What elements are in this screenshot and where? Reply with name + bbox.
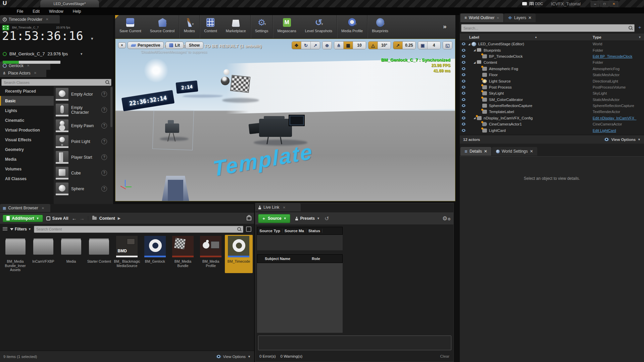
actor-type[interactable]: SphereReflectionCapture bbox=[593, 104, 634, 108]
visibility-eye-icon[interactable] bbox=[461, 123, 466, 126]
placeable-actor-item[interactable]: Empty Pawn ? bbox=[54, 118, 113, 134]
content-browser-tab[interactable]: ▦ Content Browser✕ bbox=[0, 204, 50, 212]
world-local-toggle-button[interactable]: ⊕ bbox=[323, 42, 332, 49]
chevron-down-icon[interactable]: ▼ bbox=[382, 22, 385, 26]
chevron-down-icon[interactable]: ▼ bbox=[164, 22, 167, 26]
outliner-row[interactable]: TemplateLabel TextRenderActor bbox=[460, 109, 644, 115]
world-settings-tab[interactable]: World Settings✕ bbox=[492, 147, 537, 156]
add-import-button[interactable]: Add/Import▼ bbox=[3, 215, 43, 222]
surface-snap-button[interactable]: ⋔ bbox=[334, 42, 344, 49]
help-icon[interactable]: ? bbox=[101, 123, 107, 128]
close-tab-icon[interactable]: ✕ bbox=[283, 206, 285, 209]
actor-type[interactable]: DirectionalLight bbox=[593, 79, 618, 83]
sources-panel-icon[interactable] bbox=[3, 227, 7, 231]
add-source-button[interactable]: ＋ Source ▼ bbox=[258, 214, 290, 223]
timecode-provider-tab[interactable]: Timecode Provider✕ bbox=[0, 15, 60, 23]
content-view-options[interactable]: View Options ▼ bbox=[216, 355, 251, 359]
camera-speed-value[interactable]: 4 bbox=[428, 42, 440, 49]
type-column-header[interactable]: Type bbox=[593, 35, 601, 39]
outliner-row[interactable]: Blueprints Folder bbox=[460, 47, 644, 53]
menu-item[interactable]: File bbox=[12, 9, 28, 14]
help-icon[interactable]: ? bbox=[101, 154, 107, 160]
scrollbar-thumb[interactable] bbox=[110, 87, 112, 127]
placeable-actor-item[interactable]: Player Start ? bbox=[54, 149, 113, 165]
asset-item[interactable]: BM_Genlock bbox=[141, 235, 169, 273]
toolbar-button[interactable]: ▼ Blueprints bbox=[367, 15, 393, 38]
outliner-search[interactable] bbox=[461, 24, 635, 32]
close-tab-icon[interactable]: ✕ bbox=[34, 71, 37, 75]
visibility-eye-icon[interactable] bbox=[461, 49, 466, 52]
actor-type[interactable]: StaticMeshActor bbox=[593, 98, 620, 102]
actor-type[interactable]: PostProcessVolume bbox=[593, 85, 626, 89]
asset-item[interactable]: BM_Media Profile bbox=[197, 235, 225, 273]
asset-item[interactable]: InCamVFXBP bbox=[29, 235, 57, 273]
visibility-eye-icon[interactable] bbox=[461, 67, 466, 70]
category-item[interactable]: Visual Effects bbox=[0, 135, 54, 145]
chevron-down-icon[interactable]: ▼ bbox=[91, 37, 94, 41]
chevron-down-icon[interactable]: ▼ bbox=[320, 22, 324, 26]
category-item[interactable]: Basic bbox=[0, 96, 54, 106]
visibility-eye-icon[interactable] bbox=[461, 117, 466, 120]
actor-type[interactable]: Folder bbox=[593, 60, 603, 64]
actor-type[interactable]: SkyLight bbox=[593, 91, 607, 95]
asset-item[interactable]: BM_Timecode bbox=[225, 235, 253, 273]
subject-table-body[interactable] bbox=[257, 263, 343, 333]
path-breadcrumb[interactable]: Content ▶ bbox=[88, 216, 120, 221]
outliner-search-input[interactable] bbox=[461, 26, 629, 30]
perspective-button[interactable]: Perspective bbox=[128, 42, 164, 49]
layout-icon[interactable] bbox=[522, 2, 527, 5]
rotation-snap-button[interactable]: △ bbox=[368, 42, 378, 49]
help-icon[interactable]: ? bbox=[101, 139, 107, 144]
world-outliner-tab[interactable]: ≡ World Outliner✕ bbox=[460, 13, 503, 22]
menu-item[interactable]: Edit bbox=[28, 9, 44, 14]
chevron-down-icon[interactable]: ▼ bbox=[354, 22, 357, 26]
presets-button[interactable]: Presets▼ bbox=[295, 216, 320, 221]
outliner-row[interactable]: nDisplay_InCamVFX_Config Edit nDisplay_I… bbox=[460, 115, 644, 121]
place-actors-tab[interactable]: ⋔ Place Actors✕ bbox=[0, 69, 46, 77]
category-item[interactable]: Media bbox=[0, 154, 54, 164]
category-item[interactable]: Virtual Production bbox=[0, 125, 54, 135]
category-item[interactable]: Recently Placed bbox=[0, 86, 54, 96]
menu-item[interactable]: Window bbox=[44, 9, 68, 14]
label-column-header[interactable]: Label bbox=[460, 35, 479, 39]
close-button[interactable]: ✕ bbox=[609, 1, 618, 7]
actor-type[interactable]: Folder bbox=[593, 48, 603, 52]
outliner-row[interactable]: BP_TimecodeClock Edit BP_TimecodeClock bbox=[460, 53, 644, 59]
visibility-eye-icon[interactable] bbox=[461, 80, 466, 83]
help-icon[interactable]: ? bbox=[101, 170, 107, 176]
toolbar-button[interactable]: ▼ Source Control bbox=[146, 15, 179, 38]
column-header[interactable]: Source Ma bbox=[283, 229, 306, 233]
asset-item[interactable]: BM_Media Bundle_Inner Assets bbox=[1, 235, 29, 273]
details-tab[interactable]: ≣ Details✕ bbox=[460, 147, 491, 156]
back-arrow-button[interactable]: ← bbox=[72, 215, 77, 221]
source-table-body[interactable] bbox=[257, 235, 343, 250]
grid-snap-value[interactable]: 10 bbox=[353, 42, 366, 49]
ddc-indicator[interactable]: DDC bbox=[530, 2, 543, 6]
outliner-column-header[interactable]: Label ▲ Type ▼ bbox=[460, 34, 644, 41]
lock-icon[interactable] bbox=[247, 216, 251, 220]
close-tab-icon[interactable]: ✕ bbox=[484, 149, 487, 154]
refresh-icon[interactable]: ↺ bbox=[325, 215, 329, 222]
asset-item[interactable]: BM_Media Bundle bbox=[169, 235, 197, 273]
outliner-row[interactable]: CineCameraActor1 CineCameraActor bbox=[460, 121, 644, 127]
visibility-eye-icon[interactable] bbox=[461, 86, 466, 89]
toolbar-button[interactable]: ↺▼ Level Snapshots bbox=[301, 15, 337, 38]
expand-arrow-icon[interactable] bbox=[474, 61, 477, 64]
scale-snap-button[interactable]: ↗ bbox=[393, 42, 403, 49]
outliner-row[interactable]: Atmospheric Fog AtmosphericFog bbox=[460, 66, 644, 72]
actor-type[interactable]: CineCameraActor bbox=[593, 122, 622, 126]
message-log-box[interactable] bbox=[258, 335, 451, 350]
viewport-options-button[interactable]: ▼ bbox=[118, 42, 126, 48]
place-actors-search[interactable] bbox=[1, 79, 111, 86]
visibility-eye-icon[interactable] bbox=[461, 61, 466, 64]
category-item[interactable]: Cinematic bbox=[0, 115, 54, 125]
visibility-eye-icon[interactable] bbox=[461, 43, 466, 46]
outliner-row[interactable]: Light Source DirectionalLight bbox=[460, 78, 644, 84]
outliner-row[interactable]: SphereReflectionCapture SphereReflection… bbox=[460, 103, 644, 109]
layers-tab[interactable]: Layers✕ bbox=[504, 13, 536, 22]
outliner-row[interactable]: LightCard Edit LightCard bbox=[460, 127, 644, 133]
camera-speed-icon[interactable]: ▣ bbox=[418, 42, 428, 49]
actor-type[interactable]: Edit BP_TimecodeClock bbox=[593, 54, 632, 58]
visibility-eye-icon[interactable] bbox=[461, 55, 466, 58]
actor-type[interactable]: AtmosphericFog bbox=[593, 67, 620, 71]
